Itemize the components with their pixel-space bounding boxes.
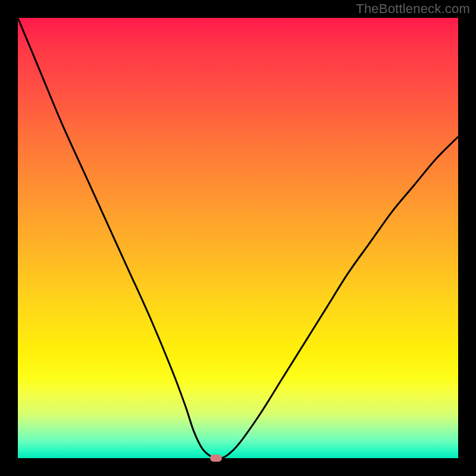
bottleneck-curve bbox=[18, 18, 458, 458]
outer-frame: TheBottleneck.com bbox=[0, 0, 476, 476]
watermark-text: TheBottleneck.com bbox=[356, 1, 470, 17]
bottleneck-curve-path bbox=[18, 18, 458, 458]
bottleneck-marker bbox=[210, 455, 222, 462]
